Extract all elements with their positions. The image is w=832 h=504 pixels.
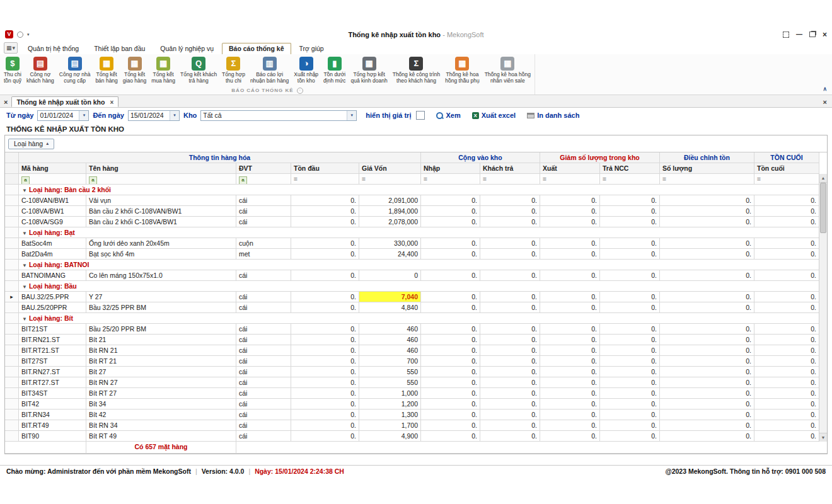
table-row[interactable]: BIT.RT49Bít RN 34cái0.1,7000.0.0.0.0.0. [5, 420, 827, 431]
cong-no-ncc-button[interactable]: ▤Công nợ nhà cung cấp [57, 56, 93, 84]
table-row[interactable]: BIT.RT27.STBít RN 27cái0.5500.0.0.0.0.0. [5, 377, 827, 388]
tong-ket-khach-tra-hang-button[interactable]: QTổng kết khách trả hàng [178, 56, 219, 84]
collapse-group-icon[interactable]: ▼ [22, 284, 27, 290]
column-header-Nhập[interactable]: Nhập [421, 163, 480, 174]
group-row[interactable]: ▼Loại hàng: Bầu [5, 281, 827, 292]
print-list-button[interactable]: In danh sách [527, 112, 579, 119]
vertical-scrollbar[interactable]: ▲ ▼ [819, 174, 827, 442]
column-header-Xuất[interactable]: Xuất [540, 163, 600, 174]
tong-hop-thu-chi-button[interactable]: ΣTổng hợp thu chi [220, 56, 247, 84]
table-row[interactable]: BIT.RN34Bít 42cái0.1,3000.0.0.0.0.0. [5, 410, 827, 420]
collapse-ribbon-icon[interactable]: ∧ [823, 86, 827, 92]
column-header-Số lượng[interactable]: Số lượng [660, 163, 754, 174]
table-row[interactable]: ▸BAU.32/25.PPRY 27cái0.7,0400.0.0.0.0.0. [5, 292, 827, 302]
tab-bao-cao-thong-ke[interactable]: Báo cáo thống kê [222, 43, 291, 54]
scroll-down-icon[interactable]: ▼ [819, 433, 827, 442]
show-value-checkbox[interactable] [416, 111, 425, 120]
tab-quan-ly-nghiep-vu[interactable]: Quản lý nghiệp vụ [153, 43, 221, 54]
column-header-ĐVT[interactable]: ĐVT [236, 163, 291, 174]
table-row[interactable]: BIT.RT21.STBít RN 21cái0.4600.0.0.0.0.0. [5, 345, 827, 356]
table-row[interactable]: C-108VAN/BW1Vải vụncái0.2,091,0000.0.0.0… [5, 195, 827, 206]
column-header-Trả NCC[interactable]: Trả NCC [600, 163, 660, 174]
filter-cell[interactable]: a [236, 174, 291, 185]
cong-no-khach-hang-button[interactable]: ▤Công nợ khách hàng [25, 56, 56, 84]
thong-ke-cong-trinh-button[interactable]: ΣThống kê công trình theo khách hàng [391, 56, 442, 84]
table-row[interactable]: C-108VA/BW1Bàn cầu 2 khối C-108VAN/BW1cá… [5, 206, 827, 217]
minimize-icon[interactable]: — [796, 32, 802, 37]
filter-cell[interactable]: = [359, 174, 421, 185]
restore-icon[interactable] [809, 32, 816, 37]
app-menu-button[interactable]: ▦▾ [4, 42, 18, 54]
group-row[interactable]: ▼Loại hàng: Bàn cầu 2 khối [5, 185, 827, 195]
customize-toolbar-arrow-icon[interactable]: ▾ [27, 32, 30, 37]
scrollbar-thumb[interactable] [820, 183, 826, 233]
column-header-Tên hàng[interactable]: Tên hàng [86, 163, 236, 174]
close-document-icon[interactable]: × [822, 98, 829, 107]
filter-cell[interactable]: = [421, 174, 480, 185]
filter-cell[interactable]: a [19, 174, 86, 185]
table-row[interactable]: BIT90Bít RT 49cái0.4,9000.0.0.0.0.0. [5, 431, 827, 442]
xuat-nhap-ton-kho-button[interactable]: ◑Xuất nhập tồn kho [292, 56, 320, 84]
filter-cell[interactable]: a [86, 174, 236, 185]
warehouse-select[interactable]: Tất cả ▾ [200, 110, 357, 121]
filter-cell[interactable]: = [540, 174, 600, 185]
table-row[interactable]: BAU.25/20PPRBầu 32/25 PPR BMcái0.4,8400.… [5, 302, 827, 313]
column-header-Tồn cuối[interactable]: Tồn cuối [754, 163, 819, 174]
group-row[interactable]: ▼Loại hàng: BATNOI [5, 260, 827, 270]
column-header-Mã hàng[interactable]: Mã hàng [19, 163, 86, 174]
column-header-Giá Vốn[interactable]: Giá Vốn [359, 163, 421, 174]
app-logo-icon[interactable]: V [5, 30, 13, 38]
table-row[interactable]: BIT21STBầu 25/20 PPR BMcái0.4600.0.0.0.0… [5, 324, 827, 335]
toggle-circle-icon[interactable] [17, 32, 23, 38]
collapse-group-icon[interactable]: ▼ [22, 263, 27, 268]
table-row[interactable]: C-108VA/SG9Bàn cầu 2 khối C-108VA/BW1cái… [5, 217, 827, 227]
scroll-up-icon[interactable]: ▲ [819, 174, 827, 183]
collapse-group-icon[interactable]: ▼ [22, 231, 27, 236]
filter-cell[interactable]: = [291, 174, 359, 185]
collapse-group-icon[interactable]: ▼ [22, 316, 27, 322]
table-row[interactable]: BATNOIMANGCo lên máng 150x75x1.0cái0.00.… [5, 270, 827, 281]
filter-cell[interactable]: = [660, 174, 754, 185]
table-row[interactable]: BIT.RN21.STBít 21cái0.4600.0.0.0.0.0. [5, 335, 827, 345]
tab-thiet-lap-ban-dau[interactable]: Thiết lập ban đầu [87, 43, 152, 54]
group-row[interactable]: ▼Loại hàng: Bít [5, 313, 827, 324]
table-row[interactable]: BIT.RN27.STBít 27cái0.5500.0.0.0.0.0. [5, 367, 827, 377]
thu-chi-ton-quy-button[interactable]: $Thu chi tồn quỹ [2, 56, 23, 84]
calendar-dropdown-icon[interactable]: ▾ [170, 111, 179, 120]
table-row[interactable]: BIT42Bít 34cái0.1,2000.0.0.0.0.0. [5, 399, 827, 410]
tong-ket-ban-hang-button[interactable]: ▦Tổng kết bán hàng [93, 56, 119, 84]
filter-cell[interactable]: = [480, 174, 540, 185]
group-dialog-launcher-icon[interactable]: ◦ [297, 88, 303, 94]
bao-cao-loi-nhuan-button[interactable]: ▥Báo cáo lợi nhuận bán hàng [248, 56, 291, 84]
table-row[interactable]: BatSoc4mỐng lưới dẻo xanh 20x45mcuộn0.33… [5, 238, 827, 249]
table-row[interactable]: Bat2Da4mBạt sọc khổ 4mmet0.24,4000.0.0.0… [5, 249, 827, 260]
tong-ket-giao-hang-button[interactable]: ▦Tổng kết giao hàng [121, 56, 148, 84]
collapse-group-icon[interactable]: ▼ [22, 188, 27, 193]
column-header-Khách trả[interactable]: Khách trả [480, 163, 540, 174]
hoa-hong-nvsale-button[interactable]: ▦Thống kê hoa hồng nhân viên sale [483, 56, 533, 84]
view-button[interactable]: Xem [436, 112, 460, 119]
column-header-Tồn đầu[interactable]: Tồn đầu [291, 163, 359, 174]
group-row[interactable]: ▼Loại hàng: Bạt [5, 227, 827, 238]
group-by-chip[interactable]: Loại hàng ▴ [8, 139, 54, 149]
table-row[interactable]: BIT34STBít RT 27cái0.1,0000.0.0.0.0.0. [5, 388, 827, 399]
tab-tro-giup[interactable]: Trợ giúp [292, 43, 331, 54]
close-icon[interactable]: × [823, 32, 827, 38]
tab-quan-tri-he-thong[interactable]: Quản trị hệ thống [21, 43, 86, 54]
hoa-hong-thau-phu-button[interactable]: ▦Thống kê hoa hồng thầu phụ [443, 56, 481, 84]
tong-hop-ket-qua-kd-button[interactable]: ▦Tổng hợp kết quả kinh doanh [349, 56, 390, 84]
export-excel-button[interactable]: X Xuất excel [472, 112, 516, 119]
table-row[interactable]: BIT27STBít RT 21cái0.7000.0.0.0.0.0. [5, 356, 827, 367]
to-date-input[interactable]: 15/01/2024 ▾ [128, 110, 180, 121]
filter-cell[interactable]: = [754, 174, 819, 185]
filter-cell[interactable]: = [600, 174, 660, 185]
calendar-dropdown-icon[interactable]: ▾ [79, 111, 88, 120]
from-date-input[interactable]: 01/01/2024 ▾ [37, 110, 89, 121]
ton-duoi-dinh-muc-button[interactable]: ▮Tồn dưới định mức [321, 56, 347, 84]
doc-tab-thong-ke-nxt[interactable]: Thống kê nhập xuất tồn kho × [11, 96, 118, 107]
fullscreen-icon[interactable] [783, 32, 789, 38]
close-tab-icon[interactable]: × [110, 99, 113, 106]
close-all-tabs-icon[interactable]: × [3, 98, 11, 107]
tong-ket-mua-hang-button[interactable]: ▦Tổng kết mua hàng [149, 56, 177, 84]
chevron-down-icon[interactable]: ▾ [347, 111, 356, 120]
